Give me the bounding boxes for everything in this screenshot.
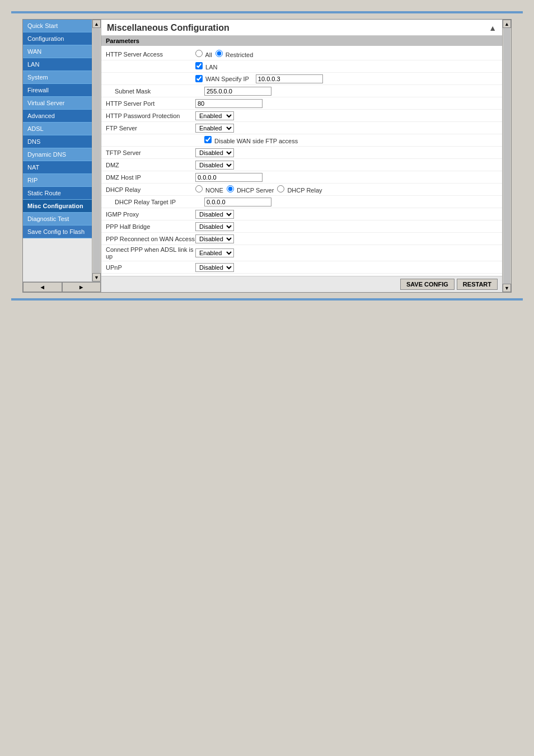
input-dhcp-relay-target-ip[interactable] xyxy=(204,198,271,206)
radio-dhcp-relay-dhcp-relay[interactable] xyxy=(277,185,284,192)
select-connect-ppp-adsl[interactable]: EnabledDisabled xyxy=(195,248,234,257)
form-value-http-password-protection: EnabledDisabled xyxy=(195,111,498,120)
select-igmp-proxy[interactable]: EnabledDisabled xyxy=(195,210,234,219)
sidebar-nav-right[interactable]: ► xyxy=(62,282,101,292)
sidebar-item-dynamic-dns[interactable]: Dynamic DNS xyxy=(23,148,92,161)
select-ftp-server[interactable]: EnabledDisabled xyxy=(195,124,234,133)
form-area: HTTP Server Access All Restricted LANWAN… xyxy=(101,46,502,276)
form-row-http-password-protection: HTTP Password ProtectionEnabledDisabled xyxy=(101,110,502,122)
radio-label-http-server-access-all[interactable]: All xyxy=(195,51,212,58)
select-http-password-protection[interactable]: EnabledDisabled xyxy=(195,111,234,120)
sidebar-item-quick-start[interactable]: Quick Start xyxy=(23,20,92,32)
main-scroll-down[interactable]: ▼ xyxy=(503,284,511,292)
sidebar-item-system[interactable]: System xyxy=(23,71,92,84)
sidebar-item-rip[interactable]: RIP xyxy=(23,174,92,187)
radio-http-server-access-restricted[interactable] xyxy=(216,50,223,57)
select-upnp[interactable]: EnabledDisabled xyxy=(195,263,234,272)
sidebar-item-misc-configuration[interactable]: Misc Configuration xyxy=(23,200,92,213)
sidebar-item-advanced[interactable]: Advanced xyxy=(23,110,92,123)
form-label-igmp-proxy: IGMP Proxy xyxy=(106,211,195,218)
form-row-igmp-proxy: IGMP ProxyEnabledDisabled xyxy=(101,208,502,220)
select-ppp-half-bridge[interactable]: EnabledDisabled xyxy=(195,222,234,231)
sidebar-item-wan[interactable]: WAN xyxy=(23,45,92,58)
sidebar-item-save-config[interactable]: Save Config to Flash xyxy=(23,226,92,238)
input-http-server-port[interactable] xyxy=(195,99,263,108)
form-row-dmz-host-ip: DMZ Host IP xyxy=(101,171,502,184)
radio-dhcp-relay-none[interactable] xyxy=(195,185,203,192)
main-scrollbar: ▲ ▼ xyxy=(502,20,511,292)
form-label-ppp-half-bridge: PPP Half Bridge xyxy=(106,223,195,230)
form-label-http-password-protection: HTTP Password Protection xyxy=(106,112,195,119)
bottom-bar xyxy=(11,298,523,300)
checkbox-label-lan-checkbox[interactable]: LAN xyxy=(195,64,217,71)
main-content: Quick StartConfigurationWANLANSystemFire… xyxy=(22,19,512,293)
sidebar-scroll-up[interactable]: ▲ xyxy=(92,20,101,28)
form-value-ppp-reconnect-wan: EnabledDisabled xyxy=(195,234,498,243)
form-label-http-server-port: HTTP Server Port xyxy=(106,100,195,107)
form-label-subnet-mask: Subnet Mask xyxy=(115,88,204,95)
sidebar-scroll-down[interactable]: ▼ xyxy=(92,273,101,281)
form-row-dhcp-relay-target-ip: DHCP Relay Target IP xyxy=(101,196,502,208)
form-value-connect-ppp-adsl: EnabledDisabled xyxy=(195,248,498,257)
input-dmz-host-ip[interactable] xyxy=(195,173,263,182)
main-panel: Miscellaneous Configuration ▲ Parameters… xyxy=(101,20,502,292)
form-value-dhcp-relay: NONE DHCP Server DHCP Relay xyxy=(195,185,498,194)
sidebar-item-nat[interactable]: NAT xyxy=(23,161,92,174)
restart-button[interactable]: RESTART xyxy=(457,279,498,290)
select-dmz[interactable]: EnabledDisabled xyxy=(195,161,234,170)
form-row-subnet-mask: Subnet Mask xyxy=(101,85,502,97)
radio-label-dhcp-relay-none[interactable]: NONE xyxy=(195,187,223,194)
panel-scroll-up[interactable]: ▲ xyxy=(489,24,496,32)
radio-label-dhcp-relay-dhcp-relay[interactable]: DHCP Relay xyxy=(277,187,322,194)
bottom-buttons: SAVE CONFIG RESTART xyxy=(101,276,502,292)
checkbox-lan-checkbox[interactable] xyxy=(195,62,203,69)
radio-label-dhcp-relay-dhcp-server[interactable]: DHCP Server xyxy=(227,187,274,194)
form-value-disable-wan-ftp: Disable WAN side FTP access xyxy=(204,136,498,144)
checkbox-label-wan-specify-ip[interactable]: WAN Specify IP xyxy=(195,75,249,82)
sidebar-item-virtual-server[interactable]: Virtual Server xyxy=(23,97,92,110)
radio-http-server-access-all[interactable] xyxy=(195,50,203,57)
form-value-dhcp-relay-target-ip xyxy=(204,198,498,206)
form-row-dmz: DMZEnabledDisabled xyxy=(101,159,502,171)
sidebar-item-static-route[interactable]: Static Route xyxy=(23,187,92,200)
form-row-lan-checkbox: LAN xyxy=(101,60,502,73)
form-label-ftp-server: FTP Server xyxy=(106,125,195,132)
form-row-connect-ppp-adsl: Connect PPP when ADSL link is upEnabledD… xyxy=(101,245,502,261)
save-config-button[interactable]: SAVE CONFIG xyxy=(400,279,455,290)
select-ppp-reconnect-wan[interactable]: EnabledDisabled xyxy=(195,234,234,243)
input-wan-specify-ip[interactable] xyxy=(256,74,323,83)
sidebar-item-dns[interactable]: DNS xyxy=(23,135,92,148)
sidebar-item-firewall[interactable]: Firewall xyxy=(23,84,92,97)
sidebar-scroll[interactable]: Quick StartConfigurationWANLANSystemFire… xyxy=(23,20,92,281)
form-label-dhcp-relay: DHCP Relay xyxy=(106,186,195,193)
form-label-http-server-access: HTTP Server Access xyxy=(106,51,195,58)
form-row-ppp-half-bridge: PPP Half BridgeEnabledDisabled xyxy=(101,220,502,233)
sidebar: Quick StartConfigurationWANLANSystemFire… xyxy=(23,20,101,292)
form-value-lan-checkbox: LAN xyxy=(195,62,498,71)
form-label-tftp-server: TFTP Server xyxy=(106,149,195,156)
radio-label-http-server-access-restricted[interactable]: Restricted xyxy=(216,51,254,58)
sidebar-item-lan[interactable]: LAN xyxy=(23,58,92,71)
main-scroll-up[interactable]: ▲ xyxy=(503,20,511,28)
form-row-ppp-reconnect-wan: PPP Reconnect on WAN AccessEnabledDisabl… xyxy=(101,233,502,245)
sidebar-scrollbar: ▲ ▼ xyxy=(92,20,101,281)
form-row-disable-wan-ftp: Disable WAN side FTP access xyxy=(101,134,502,147)
form-row-http-server-port: HTTP Server Port xyxy=(101,97,502,110)
panel-title: Miscellaneous Configuration xyxy=(107,23,229,33)
sidebar-scroll-track xyxy=(93,28,100,273)
form-value-dmz-host-ip xyxy=(195,173,498,182)
form-label-dmz: DMZ xyxy=(106,162,195,168)
top-bar xyxy=(11,11,523,13)
form-value-upnp: EnabledDisabled xyxy=(195,263,498,272)
form-row-wan-specify-ip: WAN Specify IP xyxy=(101,73,502,85)
input-subnet-mask[interactable] xyxy=(204,87,271,96)
checkbox-label-disable-wan-ftp[interactable]: Disable WAN side FTP access xyxy=(204,138,298,144)
checkbox-wan-specify-ip[interactable] xyxy=(195,75,203,82)
checkbox-disable-wan-ftp[interactable] xyxy=(204,136,212,143)
sidebar-nav-left[interactable]: ◄ xyxy=(23,282,62,292)
radio-dhcp-relay-dhcp-server[interactable] xyxy=(227,185,234,192)
sidebar-item-configuration[interactable]: Configuration xyxy=(23,32,92,45)
sidebar-item-adsl[interactable]: ADSL xyxy=(23,123,92,135)
sidebar-item-diagnostic-test[interactable]: Diagnostic Test xyxy=(23,213,92,226)
select-tftp-server[interactable]: EnabledDisabled xyxy=(195,148,234,157)
